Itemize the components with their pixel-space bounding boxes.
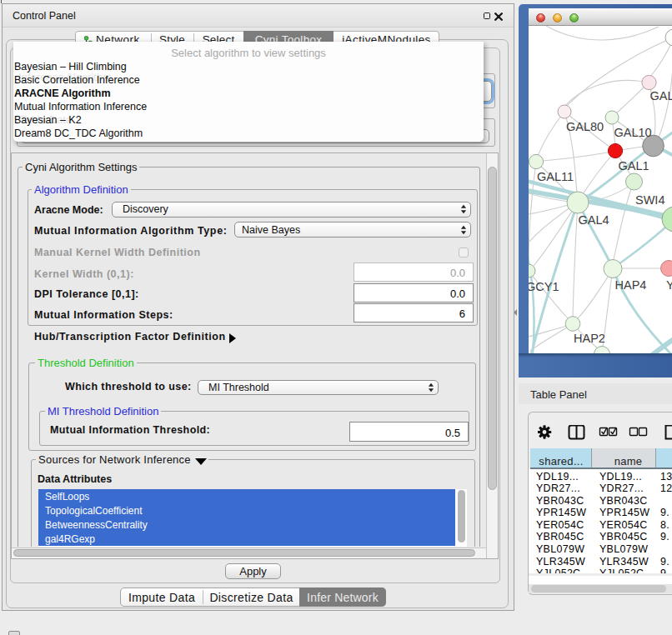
svg-text:GAL4: GAL4 (579, 213, 609, 227)
svg-text:GCY1: GCY1 (529, 280, 559, 293)
svg-text:GAL10: GAL10 (614, 126, 652, 139)
svg-text:SWI4: SWI4 (635, 193, 664, 207)
svg-text:GAL1: GAL1 (619, 159, 649, 172)
svg-text:HAP4: HAP4 (615, 278, 647, 292)
svg-text:GAL11: GAL11 (537, 170, 574, 183)
svg-text:HAP2: HAP2 (574, 332, 605, 345)
svg-text:GAL80: GAL80 (566, 120, 604, 133)
svg-text:GAL: GAL (650, 89, 672, 102)
svg-text:Y: Y (666, 278, 672, 292)
